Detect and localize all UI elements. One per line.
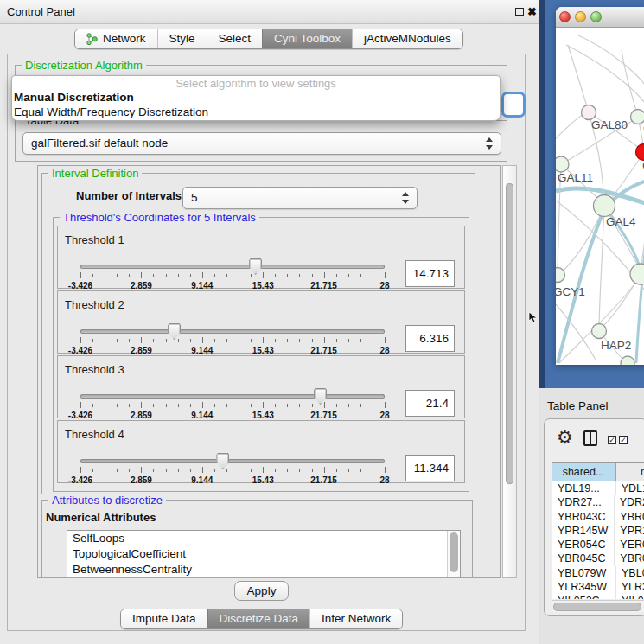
table-cell[interactable]: YDL19... [552,481,616,495]
float-window-icon[interactable] [515,8,524,16]
table-cell[interactable]: YDR27... [552,495,615,509]
table-row[interactable]: YDL19...YDL1 [552,481,644,495]
table-cell[interactable]: YPR1 [615,524,644,538]
threshold-3-value-field[interactable] [405,390,455,417]
network-node-gcy1[interactable] [556,268,565,283]
tab-style[interactable]: Style [157,29,207,48]
table-scrollbar-thumb[interactable] [553,603,641,611]
table-cell[interactable]: YIL052C [552,594,616,599]
attribute-item-betweennesscentrality[interactable]: BetweennessCentrality [67,562,460,577]
table-row[interactable]: YBL079WYBL0 [552,566,644,580]
network-node[interactable] [621,356,634,365]
threshold-3-box: Threshold 3 -3.4262.8599.14415.4321.7152… [57,355,465,418]
zoom-traffic-light-icon[interactable] [590,11,602,22]
control-panel-tabs: NetworkStyleSelectCyni ToolboxjActiveMNo… [74,29,463,49]
slider-handle[interactable] [249,258,262,275]
threshold-4-value-field[interactable] [405,455,455,481]
slider-track[interactable] [80,459,385,463]
network-window[interactable]: GAL80GACGAL11GAL4GCY1HHAP2 [556,7,644,365]
dropdown-option-manual-discretization[interactable]: Manual Discretization [12,91,500,105]
tab-jactivemnodules[interactable]: jActiveMNodules [352,29,462,48]
gear-icon[interactable]: ⚙ [557,427,573,448]
table-cell[interactable]: YBL0 [616,566,644,580]
table-cell[interactable]: YIL0 [616,594,644,599]
minor-tick [105,404,105,407]
columns-icon[interactable] [583,430,597,446]
network-node-gal11[interactable] [556,156,569,172]
numerical-attributes-list[interactable]: SelfLoopsTopologicalCoefficientBetweenne… [67,530,461,578]
checkbox-icon[interactable]: ✓ [608,436,616,444]
table-cell[interactable]: YBR0 [615,510,644,524]
attribute-item-topologicalcoefficient[interactable]: TopologicalCoefficient [67,546,460,562]
tab-cyni-toolbox[interactable]: Cyni Toolbox [262,29,352,48]
threshold-slider[interactable]: -3.4262.8599.14415.4321.71528 [80,391,385,422]
panel-vertical-scrollbar[interactable] [502,165,517,578]
number-of-intervals-combobox[interactable]: 5 [182,187,418,209]
close-traffic-light-icon[interactable] [559,11,571,22]
table-cell[interactable]: YER0 [615,538,644,552]
tab-select[interactable]: Select [207,29,263,48]
table-cell[interactable]: YBR043C [552,510,615,524]
node-table[interactable]: shared...nYDL19...YDL1YDR27...YDR2YBR043… [552,462,644,599]
checkbox-icon[interactable]: ✓ [619,436,628,444]
slider-handle[interactable] [314,388,327,405]
algorithm-combobox[interactable] [501,92,526,118]
minor-tick [348,404,349,407]
threshold-1-value-field[interactable] [405,260,455,287]
table-row[interactable]: YBR043CYBR0 [552,510,644,524]
slider-track[interactable] [80,329,385,334]
threshold-slider[interactable]: -3.4262.8599.14415.4321.71528 [80,456,385,487]
table-row[interactable]: YBR045CYBR0 [552,552,644,565]
network-canvas[interactable]: GAL80GACGAL11GAL4GCY1HHAP2 [556,28,644,365]
table-row[interactable]: YIL052CYIL0 [552,594,644,599]
tick-label: -3.426 [68,411,92,420]
attribute-item-selfloops[interactable]: SelfLoops [67,531,460,546]
network-node-hap2[interactable] [592,324,607,339]
table-column-header-name[interactable]: n [616,463,644,481]
bottom-tab-impute-data[interactable]: Impute Data [121,609,207,628]
close-window-icon[interactable]: ✖ [527,4,537,20]
threshold-slider[interactable]: -3.4262.8599.14415.4321.71528 [80,326,385,357]
bottom-tab-infer-network[interactable]: Infer Network [309,609,402,628]
table-row[interactable]: YLR345WYLR3 [552,580,644,594]
table-cell[interactable]: YLR345W [552,580,616,594]
minor-tick [251,469,252,472]
network-node-ga[interactable] [631,110,644,124]
network-node-gal80[interactable] [582,105,596,120]
slider-track[interactable] [80,394,385,399]
minor-tick [178,274,179,277]
threshold-slider[interactable]: -3.4262.8599.14415.4321.71528 [80,261,385,292]
table-cell[interactable]: YBL079W [552,566,616,580]
table-cell[interactable]: YDR2 [615,495,644,509]
table-column-header-shared-name[interactable]: shared... [552,463,616,481]
dropdown-option-equal-width-frequency[interactable]: Equal Width/Frequency Discretization [12,105,500,120]
network-node-h[interactable] [630,264,644,284]
table-cell[interactable]: YBR045C [552,552,615,565]
network-window-titlebar[interactable] [556,7,644,28]
slider-handle[interactable] [216,453,229,469]
table-row[interactable]: YPR145WYPR1 [552,524,644,538]
attributes-list-scrollbar-thumb[interactable] [450,532,458,572]
panel-scrollbar-thumb[interactable] [506,183,513,484]
threshold-2-value-field[interactable] [405,325,455,352]
apply-button[interactable]: Apply [234,581,289,601]
table-cell[interactable]: YBR0 [615,552,644,565]
tick-label: 9.144 [191,281,213,290]
table-data-combobox[interactable]: galFiltered.sif default node [22,132,501,155]
table-cell[interactable]: YER054C [552,538,615,552]
tab-network[interactable]: Network [75,29,157,48]
minor-tick [239,274,239,277]
table-cell[interactable]: YLR3 [616,580,644,594]
table-horizontal-scrollbar[interactable] [552,600,644,612]
table-row[interactable]: YDR27...YDR2 [552,495,644,509]
table-row[interactable]: YER054CYER0 [552,538,644,552]
attributes-list-scrollbar[interactable] [447,531,460,578]
slider-handle[interactable] [168,323,181,340]
table-cell[interactable]: YPR145W [552,524,615,538]
network-node-gal4[interactable] [594,195,615,217]
slider-track[interactable] [80,265,385,269]
major-tick [141,272,142,278]
minimize-traffic-light-icon[interactable] [575,11,586,22]
bottom-tab-discretize-data[interactable]: Discretize Data [207,609,310,628]
table-cell[interactable]: YDL1 [616,481,644,495]
